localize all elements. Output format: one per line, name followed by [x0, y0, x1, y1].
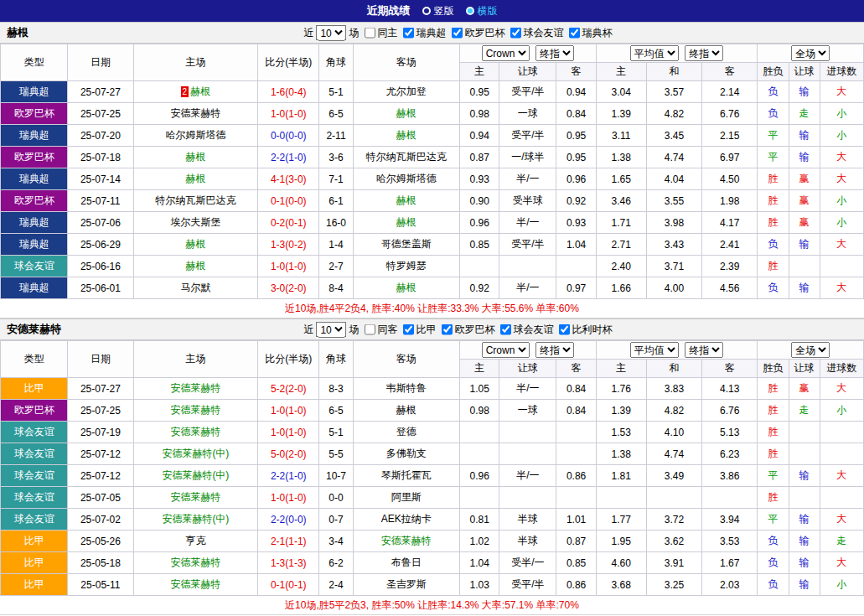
league-filter-0[interactable]: 比甲	[403, 323, 436, 337]
league-checkbox[interactable]	[510, 28, 521, 39]
avg-draw-cell: 4.74	[646, 147, 701, 168]
league-filter-2[interactable]: 球会友谊	[510, 26, 563, 40]
league-filter-3[interactable]: 比利时杯	[559, 323, 612, 337]
handicap-cell: 半/一	[499, 212, 556, 234]
handicap-result-cell: 输	[789, 552, 820, 574]
odds-source-select[interactable]: Crown	[482, 342, 530, 358]
score-cell: 5-2(2-0)	[258, 378, 319, 400]
avg-draw-cell: 4.74	[646, 443, 701, 465]
team-name: 赫根	[190, 85, 210, 97]
avg-away-cell: 6.76	[702, 400, 758, 422]
league-checkbox[interactable]	[500, 324, 511, 335]
team-name: 赫根	[185, 238, 205, 250]
same-venue-checkbox[interactable]	[365, 324, 375, 335]
goals-result-cell: 大	[820, 509, 863, 531]
scope-select[interactable]: 全场	[791, 342, 830, 358]
odds-away-cell: 0.97	[556, 277, 596, 299]
league-checkbox[interactable]	[569, 28, 580, 39]
league-label: 球会友谊	[523, 26, 563, 40]
away-team-cell: 赫根	[353, 190, 459, 212]
away-team-cell: 哈尔姆斯塔德	[353, 168, 459, 190]
odds-home-cell: 0.95	[460, 81, 499, 103]
team-name: 安德莱赫特	[170, 426, 220, 437]
goals-result-cell: 小	[820, 212, 863, 234]
match-row: 比甲25-05-11安德莱赫特0-1(0-1)2-4圣吉罗斯1.03受平/半0.…	[1, 574, 864, 596]
league-cell: 瑞典超	[1, 125, 68, 147]
avg-home-cell: 1.77	[596, 509, 646, 531]
layout-radio-horizontal[interactable]: 横版	[466, 4, 498, 18]
league-checkbox[interactable]	[403, 324, 414, 335]
league-checkbox[interactable]	[403, 28, 414, 39]
handicap-result-cell: 赢	[789, 378, 820, 400]
date-cell: 25-07-11	[68, 190, 133, 212]
away-team-cell: 安德莱赫特	[353, 531, 459, 552]
avg-draw-cell: 3.43	[646, 234, 701, 256]
score-cell: 2-2(1-0)	[258, 465, 319, 487]
league-filter-0[interactable]: 瑞典超	[403, 26, 446, 40]
match-row: 球会友谊25-07-19安德莱赫特1-0(1-0)5-1登德1.534.105.…	[1, 422, 864, 443]
score-cell: 0-1(0-1)	[258, 574, 319, 596]
avg-home-cell: 2.71	[596, 234, 646, 256]
away-team-cell: 登德	[353, 422, 459, 443]
team-name: 赫根	[396, 194, 416, 206]
odds-home-cell: 0.93	[460, 168, 499, 190]
match-row: 球会友谊25-07-02安德莱赫特(中)2-2(0-0)0-7AEK拉纳卡0.8…	[1, 509, 864, 531]
scope-select[interactable]: 全场	[791, 45, 830, 61]
goals-result-cell: 小	[820, 190, 863, 212]
home-team-cell: 安德莱赫特(中)	[133, 509, 258, 531]
avg-draw-cell: 3.91	[646, 552, 701, 574]
results-table-home: 类型 日期 主场 比分(半场) 角球 客场 Crown 终指 平均值 终指 全场	[0, 44, 864, 299]
goals-result-cell: 大	[820, 168, 863, 190]
odds-group-header: Crown 终指	[460, 44, 597, 63]
league-checkbox[interactable]	[452, 28, 463, 39]
final-index-select[interactable]: 终指	[535, 45, 574, 61]
team-section-header-home: 赫根 近 10 场 同主 瑞典超 欧罗巴杯 球会友谊 瑞典	[0, 22, 864, 44]
avg-draw-cell: 4.10	[646, 422, 701, 443]
home-team-cell: 安德莱赫特(中)	[133, 465, 258, 487]
team-name: 安德莱赫特	[170, 382, 220, 394]
results-body-home: 瑞典超25-07-272赫根1-6(0-4)5-1尤尔加登0.95受平/半0.9…	[1, 81, 864, 299]
final-index-select[interactable]: 终指	[535, 342, 574, 358]
layout-radio-vertical[interactable]: 竖版	[422, 4, 454, 18]
avg-home-cell: 2.40	[596, 256, 646, 277]
team-name: 安德莱赫特	[170, 556, 220, 568]
league-filter-1[interactable]: 欧罗巴杯	[452, 26, 504, 40]
handicap-result-cell: 赢	[789, 190, 820, 212]
league-cell: 瑞典超	[1, 81, 68, 103]
date-cell: 25-07-27	[68, 81, 133, 103]
team-name: 安德莱赫特	[381, 535, 432, 546]
average-select[interactable]: 平均值	[630, 342, 679, 358]
score-cell: 1-6(0-4)	[258, 81, 319, 103]
odds-source-select[interactable]: Crown	[482, 45, 530, 61]
avg-home-cell: 4.60	[596, 552, 646, 574]
league-filter-3[interactable]: 瑞典杯	[569, 26, 612, 40]
scope-group-header: 全场	[758, 44, 864, 63]
result-cell: 负	[758, 81, 789, 103]
avg-draw-cell: 3.72	[646, 509, 701, 531]
league-checkbox[interactable]	[442, 324, 453, 335]
final-index-select-2[interactable]: 终指	[685, 45, 723, 61]
league-cell: 比甲	[1, 531, 68, 552]
team-name: 登德	[396, 426, 416, 437]
summary-line-home: 近10场,胜4平2负4, 胜率:40% 让胜率:33.3% 大率:55.6% 单…	[0, 299, 864, 318]
handicap-cell	[499, 443, 556, 465]
final-index-select-2[interactable]: 终指	[685, 342, 723, 358]
away-team-cell: 阿里斯	[353, 487, 459, 509]
league-filter-1[interactable]: 欧罗巴杯	[442, 323, 494, 337]
same-venue-checkbox[interactable]	[365, 28, 375, 39]
goals-result-cell	[820, 256, 863, 277]
average-select[interactable]: 平均值	[630, 45, 679, 61]
result-cell: 平	[758, 509, 789, 531]
league-checkbox[interactable]	[559, 324, 570, 335]
col-header-odds-home: 主	[460, 63, 499, 81]
recent-count-select[interactable]: 10	[316, 25, 346, 41]
match-row: 瑞典超25-06-01马尔默3-0(2-0)8-4赫根0.92半/一0.971.…	[1, 277, 864, 299]
team-name: 安德莱赫特	[170, 404, 220, 416]
same-venue-filter[interactable]: 同客	[365, 323, 397, 337]
recent-count-select[interactable]: 10	[316, 322, 346, 338]
league-cell: 球会友谊	[1, 422, 68, 443]
league-filter-2[interactable]: 球会友谊	[500, 323, 553, 337]
home-team-cell: 马尔默	[133, 277, 258, 299]
same-venue-filter[interactable]: 同主	[365, 26, 397, 40]
match-row: 瑞典超25-07-06埃尔夫斯堡0-2(0-1)16-0赫根0.96半/一0.9…	[1, 212, 864, 234]
